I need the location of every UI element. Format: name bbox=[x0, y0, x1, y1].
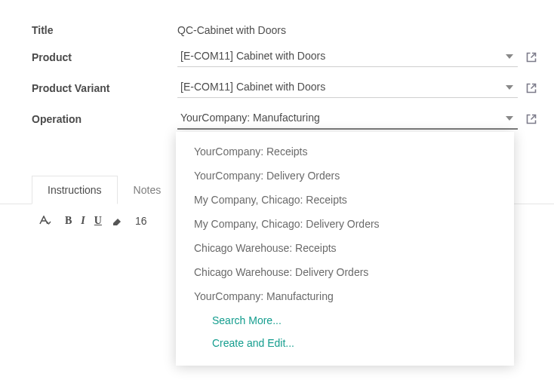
italic-button[interactable]: I bbox=[81, 215, 85, 227]
label-product-variant: Product Variant bbox=[32, 82, 177, 94]
product-variant-value: [E-COM11] Cabinet with Doors bbox=[180, 81, 325, 93]
product-variant-select[interactable]: [E-COM11] Cabinet with Doors bbox=[177, 78, 518, 98]
product-value: [E-COM11] Cabinet with Doors bbox=[180, 50, 325, 62]
dropdown-search-more[interactable]: Search More... bbox=[176, 308, 514, 331]
external-link-icon[interactable] bbox=[525, 82, 537, 94]
operation-dropdown: YourCompany: Receipts YourCompany: Deliv… bbox=[176, 132, 514, 366]
row-operation: Operation YourCompany: Manufacturing bbox=[32, 109, 537, 130]
field-product-variant: [E-COM11] Cabinet with Doors bbox=[177, 78, 537, 98]
dropdown-create-edit[interactable]: Create and Edit... bbox=[176, 331, 514, 354]
caret-down-icon bbox=[506, 116, 513, 121]
dropdown-option[interactable]: My Company, Chicago: Delivery Orders bbox=[176, 212, 514, 236]
tab-instructions[interactable]: Instructions bbox=[32, 176, 118, 204]
dropdown-option[interactable]: Chicago Warehouse: Delivery Orders bbox=[176, 260, 514, 284]
label-product: Product bbox=[32, 51, 177, 63]
dropdown-option[interactable]: YourCompany: Manufacturing bbox=[176, 284, 514, 308]
form-sheet: Title QC-Cabinet with Doors Product [E-C… bbox=[0, 0, 554, 392]
row-product-variant: Product Variant [E-COM11] Cabinet with D… bbox=[32, 78, 537, 98]
style-picker-icon[interactable] bbox=[39, 216, 53, 226]
format-group: B I U bbox=[65, 215, 123, 227]
dropdown-option[interactable]: Chicago Warehouse: Receipts bbox=[176, 236, 514, 260]
underline-button[interactable]: U bbox=[94, 215, 102, 227]
row-product: Product [E-COM11] Cabinet with Doors bbox=[32, 47, 537, 67]
dropdown-option[interactable]: YourCompany: Receipts bbox=[176, 139, 514, 164]
tab-notes[interactable]: Notes bbox=[118, 176, 177, 204]
dropdown-option[interactable]: My Company, Chicago: Receipts bbox=[176, 188, 514, 212]
field-product: [E-COM11] Cabinet with Doors bbox=[177, 47, 537, 67]
external-link-icon[interactable] bbox=[525, 51, 537, 63]
caret-down-icon bbox=[506, 85, 513, 90]
operation-select[interactable]: YourCompany: Manufacturing bbox=[177, 109, 518, 130]
label-operation: Operation bbox=[32, 113, 177, 125]
dropdown-option[interactable]: YourCompany: Delivery Orders bbox=[176, 164, 514, 188]
field-operation: YourCompany: Manufacturing bbox=[177, 109, 537, 130]
operation-value: YourCompany: Manufacturing bbox=[180, 112, 320, 124]
title-value[interactable]: QC-Cabinet with Doors bbox=[177, 24, 286, 36]
font-size-select[interactable]: 16 bbox=[135, 215, 147, 227]
product-select[interactable]: [E-COM11] Cabinet with Doors bbox=[177, 47, 518, 67]
label-title: Title bbox=[32, 24, 177, 36]
caret-down-icon bbox=[506, 54, 513, 59]
external-link-icon[interactable] bbox=[525, 113, 537, 125]
bold-button[interactable]: B bbox=[65, 215, 72, 227]
field-title: QC-Cabinet with Doors bbox=[177, 24, 537, 36]
row-title: Title QC-Cabinet with Doors bbox=[32, 24, 537, 36]
eraser-icon[interactable] bbox=[111, 216, 123, 226]
